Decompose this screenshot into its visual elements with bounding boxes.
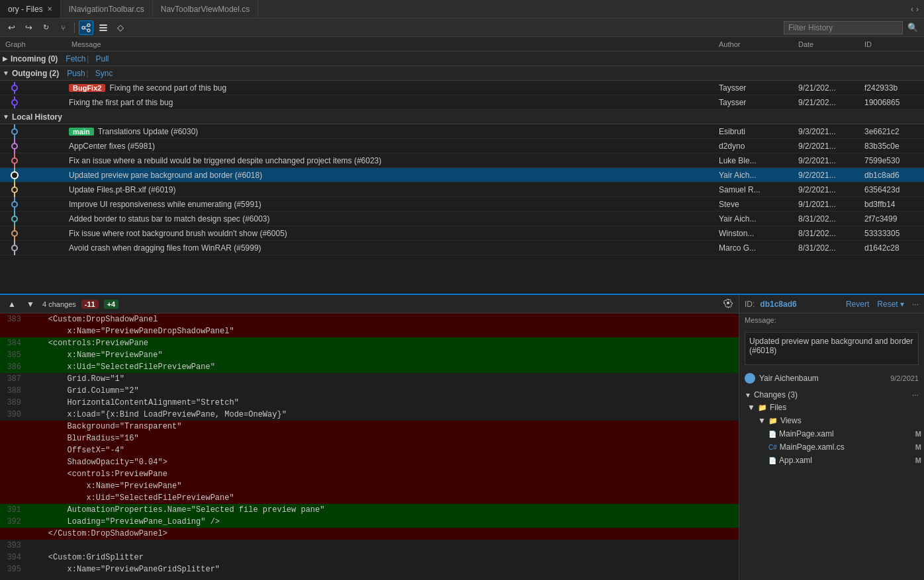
more-btn[interactable]: ··· [912,300,919,309]
local-commit-7[interactable]: Fix issue where root background brush wo… [0,226,924,241]
author-local-8: Marco G... [716,243,796,253]
file-app-xaml[interactable]: 📄 App.xaml M [766,454,924,467]
file-name-3: App.xaml [779,456,812,465]
bugfix-badge: BugFix2 [69,84,105,92]
line-content-17: Loading="PreviewPane_Loading" /> [26,516,739,528]
search-icon[interactable]: 🔍 [905,21,920,35]
date-local-7: 8/31/202... [796,229,862,238]
local-commit-4[interactable]: Update Files.pt-BR.xlf (#6019) Samuel R.… [0,183,924,197]
push-action[interactable]: Push [67,69,85,78]
diff-line-13: <controls:PreviewPane [0,468,739,480]
diff-body[interactable]: 383 <Custom:DropShadowPanel x:Name="Prev… [0,313,739,580]
file-mainpage-xaml[interactable]: 📄 MainPage.xaml M [766,427,924,440]
outgoing-label: Outgoing (2) [12,69,59,78]
file-tree: ▼ 📁 Files ▼ 📁 Views 📄 MainPage.xaml [739,401,924,467]
sync-action[interactable]: Sync [95,69,113,78]
local-commit-3[interactable]: Updated preview pane background and bord… [0,168,924,183]
graph-cell-local-8 [3,241,69,255]
graph-view-btn[interactable] [79,21,93,35]
col-author: Author [716,40,796,48]
folder-icon: 📁 [758,403,767,412]
outgoing-commit-2[interactable]: Fixing the first part of this bug Taysse… [0,95,924,110]
xaml-file-icon: 📄 [768,431,776,438]
refresh-btn[interactable]: ↩ [4,21,19,35]
line-num-12 [0,456,26,468]
local-commit-0[interactable]: main Translations Update (#6030) Esibrut… [0,124,924,139]
changes-header[interactable]: ▼ Changes (3) ··· [739,389,924,401]
diff-line-12: ShadowOpacity="0.04"> [0,456,739,468]
diff-change-count: 4 changes [42,300,76,308]
line-num-11 [0,444,26,456]
local-history-header[interactable]: ▼ Local History [0,110,924,124]
filter-input[interactable] [784,21,903,34]
cs-file-icon: C# [768,444,777,451]
diff-line-10: BlurRadius="16" [0,433,739,444]
commit-msg-local-8: Avoid crash when dragging files from Win… [69,243,261,253]
tab-navtoolbar[interactable]: NavToolbarViewModel.cs [153,0,259,18]
title-bar: ory - Files ✕ INavigationToolbar.cs NavT… [0,0,924,19]
local-commit-2[interactable]: Fix an issue where a rebuild would be tr… [0,153,924,168]
svg-point-11 [12,100,17,105]
diff-settings-btn[interactable] [723,298,733,310]
col-graph: Graph [3,40,69,48]
close-icon[interactable]: ✕ [47,5,52,13]
author-local-5: Steve [716,200,796,209]
graph-cell-local-1 [3,139,69,153]
folder-views[interactable]: ▼ 📁 Views [755,414,924,427]
file-name-1: MainPage.xaml [779,429,834,438]
diff-line-18: </Custom:DropShadowPanel> [0,528,739,540]
line-content-11: OffsetX="-4" [26,444,739,456]
author-name: Yair Aichenbaum [759,374,819,383]
tab-scroll-right[interactable]: › [916,5,919,14]
svg-point-13 [12,129,17,134]
changes-more-btn[interactable]: ··· [912,390,919,399]
author-local-4: Samuel R... [716,185,796,194]
tab-inavigation[interactable]: INavigationToolbar.cs [61,0,153,18]
svg-point-21 [12,187,17,192]
date-local-1: 9/2/2021... [796,142,862,151]
list-view-btn[interactable] [96,21,111,35]
forward-btn[interactable]: ↪ [21,21,36,35]
graph-cell-local-7 [3,226,69,241]
date-cell-2: 9/21/202... [796,98,862,107]
local-commit-6[interactable]: Added border to status bar to match desi… [0,212,924,226]
tab-scroll-left[interactable]: ‹ [911,5,913,14]
local-commit-8[interactable]: Avoid crash when dragging files from Win… [0,241,924,255]
fetch-action[interactable]: Fetch [66,54,85,63]
reset-btn[interactable]: Reset ▾ [877,300,904,309]
commit-msg-local-7: Fix issue where root background brush wo… [69,229,287,238]
author-local-0: Esibruti [716,127,796,136]
tab-label: NavToolbarViewModel.cs [161,5,250,14]
fetch-btn[interactable]: ↻ [38,21,53,35]
commit-message-2: Fixing the first part of this bug [69,98,173,107]
filter-btn[interactable]: ◇ [113,21,128,35]
outgoing-commit-1[interactable]: BugFix2 Fixing the second part of this b… [0,81,924,95]
incoming-section-header[interactable]: ▶ Incoming (0) Fetch | Pull [0,52,924,66]
local-commit-5[interactable]: Improve UI responsiveness while enumerat… [0,197,924,212]
diff-down-btn[interactable]: ▼ [24,298,37,311]
branch-btn[interactable]: ⑂ [56,21,70,35]
pull-action[interactable]: Pull [95,54,109,63]
author-cell-1: Taysser [716,83,796,93]
diff-line-2: 384 <controls:PreviewPane [0,337,739,349]
id-local-8: d1642c28 [862,243,921,253]
file-mainpage-xaml-cs[interactable]: C# MainPage.xaml.cs M [766,440,924,454]
svg-rect-6 [99,27,107,28]
line-content-3: x:Name="PreviewPane" [26,349,739,361]
incoming-toggle-icon: ▶ [3,55,8,62]
tab-history-files[interactable]: ory - Files ✕ [0,0,61,18]
author-date: 9/2/2021 [890,374,919,382]
diff-added-badge: +4 [104,300,119,309]
revert-btn[interactable]: Revert [846,300,869,309]
message-label: Message: [739,313,924,327]
diff-line-9: Background="Transparent" [0,421,739,433]
local-commit-1[interactable]: AppCenter fixes (#5981) d2dyno 9/2/2021.… [0,139,924,153]
collapse-icon-views: ▼ [758,416,766,425]
author-line: Yair Aichenbaum 9/2/2021 [739,370,924,386]
diff-up-btn[interactable]: ▲ [5,298,19,311]
folder-files[interactable]: ▼ 📁 Files [745,401,924,414]
col-date: Date [796,40,862,48]
outgoing-section-header[interactable]: ▼ Outgoing (2) Push | Sync [0,66,924,81]
line-num-15 [0,492,26,504]
diff-editor: ▲ ▼ 4 changes -11 +4 383 <Custom:DropSha… [0,295,739,580]
